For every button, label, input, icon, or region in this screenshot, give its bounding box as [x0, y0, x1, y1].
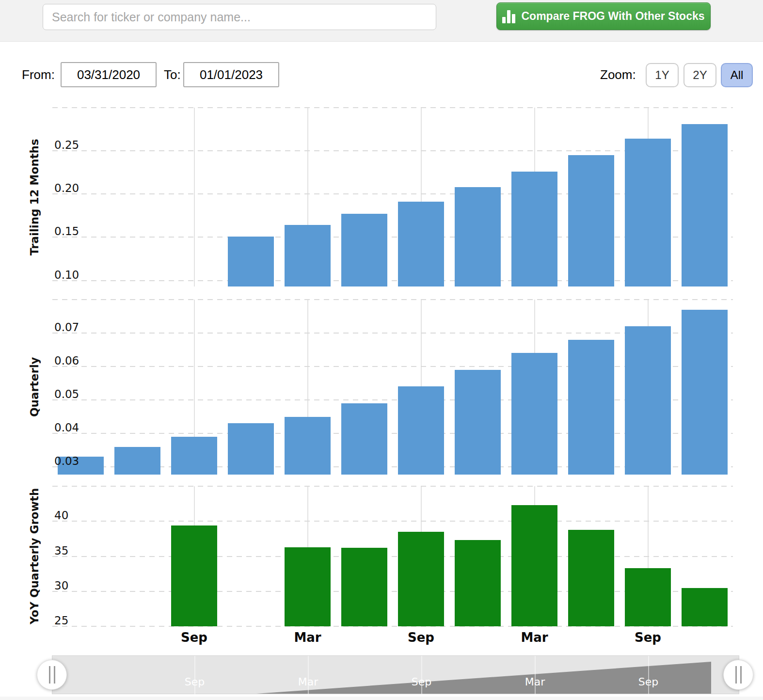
zoom-1y-button[interactable]: 1Y: [646, 63, 679, 87]
y-tick-label: 30: [54, 579, 68, 592]
navigator-label: Mar: [501, 676, 569, 688]
bar-dec-2021[interactable]: [455, 540, 501, 626]
horizontal-gridline: [52, 556, 733, 557]
to-date-input[interactable]: [183, 62, 279, 87]
navigator-gridline: [194, 656, 195, 695]
navigator-gridline: [648, 656, 649, 695]
y-tick-label: 0.03: [54, 455, 79, 467]
bar-jun-2021[interactable]: [341, 403, 387, 475]
navigator-label: Sep: [161, 676, 229, 688]
bar-jun-2022[interactable]: [568, 340, 614, 475]
horizontal-gridline: [52, 521, 733, 522]
from-label: From:: [22, 62, 55, 87]
stock-chart-page: { "header": { "search_placeholder": "Sea…: [0, 0, 763, 700]
x-axis-label: Sep: [387, 630, 455, 645]
bar-sep-2021[interactable]: [398, 532, 444, 626]
navigator-label: Sep: [615, 676, 683, 688]
bar-jun-2021[interactable]: [341, 214, 387, 286]
horizontal-gridline: [52, 486, 733, 487]
bar-sep-2022[interactable]: [625, 326, 671, 475]
page-bottom-strip: [0, 697, 763, 700]
x-axis-label: Sep: [614, 630, 682, 645]
bar-dec-2021[interactable]: [455, 370, 501, 475]
bar-jun-2022[interactable]: [568, 155, 614, 286]
y-tick-label: 0.20: [54, 182, 79, 194]
bar-sep-2020[interactable]: [171, 525, 217, 626]
axis-title-yoy-quarterly-growth: YoY Quarterly Growth: [28, 486, 41, 626]
bar-dec-2022[interactable]: [682, 588, 728, 626]
bar-mar-2021[interactable]: [285, 225, 331, 286]
horizontal-gridline: [52, 107, 733, 108]
navigator-label: Sep: [388, 676, 456, 688]
to-label: To:: [164, 62, 181, 87]
vertical-gridline: [194, 108, 195, 286]
navigator-gridline: [308, 656, 309, 695]
zoom-label: Zoom:: [600, 62, 636, 87]
x-axis-label: Mar: [501, 630, 569, 645]
bar-mar-2021[interactable]: [285, 547, 331, 626]
bar-mar-2021[interactable]: [285, 417, 331, 475]
y-tick-label: 35: [54, 544, 68, 557]
from-date-input[interactable]: [61, 62, 157, 87]
bar-jun-2021[interactable]: [341, 548, 387, 626]
y-tick-label: 25: [54, 614, 68, 627]
bar-mar-2022[interactable]: [511, 353, 557, 475]
bar-jun-2022[interactable]: [568, 530, 614, 626]
bar-sep-2022[interactable]: [625, 139, 671, 286]
bar-dec-2022[interactable]: [682, 124, 728, 286]
bar-sep-2022[interactable]: [625, 568, 671, 626]
y-tick-label: 0.05: [54, 388, 79, 400]
navigator-gridline: [535, 656, 536, 695]
y-tick-label: 0.10: [54, 269, 79, 281]
axis-title-trailing-12-months: Trailing 12 Months: [28, 108, 41, 286]
x-axis-label: Sep: [160, 630, 228, 645]
bar-dec-2020[interactable]: [228, 423, 274, 475]
y-tick-label: 0.07: [54, 321, 79, 334]
bar-sep-2020[interactable]: [171, 437, 217, 475]
y-tick-label: 0.04: [54, 421, 79, 434]
navigator-area-preview: [52, 656, 739, 694]
y-tick-label: 0.15: [54, 225, 79, 238]
y-tick-label: 0.06: [54, 354, 79, 367]
zoom-all-button[interactable]: All: [721, 63, 753, 87]
search-input[interactable]: [43, 4, 436, 30]
x-axis-label: Mar: [274, 630, 342, 645]
zoom-2y-button[interactable]: 2Y: [684, 63, 716, 87]
y-tick-label: 40: [54, 509, 68, 522]
bar-sep-2021[interactable]: [398, 386, 444, 475]
horizontal-gridline: [52, 299, 733, 300]
bar-jun-2020[interactable]: [114, 447, 160, 475]
axis-title-quarterly: Quarterly: [28, 300, 41, 475]
bar-dec-2022[interactable]: [682, 310, 728, 475]
bar-dec-2020[interactable]: [228, 237, 274, 286]
bar-dec-2021[interactable]: [455, 187, 501, 286]
bar-sep-2021[interactable]: [398, 202, 444, 286]
compare-stocks-button[interactable]: Compare FROG With Other Stocks: [496, 2, 711, 30]
bar-mar-2022[interactable]: [511, 172, 557, 286]
header-bar: Compare FROG With Other Stocks: [0, 0, 763, 42]
navigator-left-handle[interactable]: [37, 660, 67, 690]
bar-chart-icon: [502, 10, 515, 23]
navigator-gridline: [421, 656, 422, 695]
bar-mar-2022[interactable]: [511, 505, 557, 626]
navigator-label: Mar: [274, 676, 342, 688]
navigator-right-handle[interactable]: [723, 660, 753, 690]
y-tick-label: 0.25: [54, 139, 79, 151]
range-navigator[interactable]: SepMarSepMarSep: [52, 655, 739, 694]
compare-stocks-button-label: Compare FROG With Other Stocks: [521, 10, 704, 23]
